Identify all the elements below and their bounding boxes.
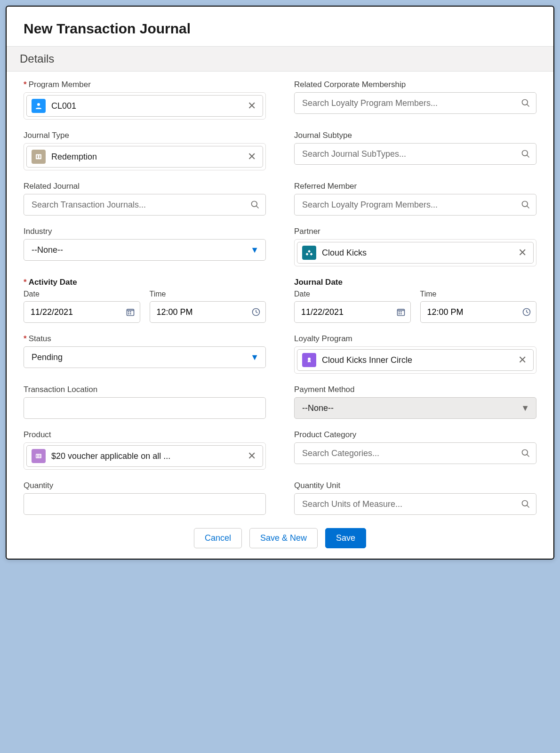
search-icon [521,98,530,108]
modal-footer: Cancel Save & New Save [7,520,553,559]
svg-point-10 [522,201,528,207]
modal-new-transaction-journal: New Transaction Journal Details *Program… [6,6,554,560]
member-icon [32,99,46,113]
svg-line-39 [527,505,529,508]
form-body: *Program Member CL001 ✕ Related Corporat… [7,72,553,520]
pill-loyalty-program-label: Cloud Kicks Inner Circle [316,355,516,365]
required-marker: * [24,334,27,344]
input-journal-subtype[interactable] [295,149,536,159]
close-icon[interactable]: ✕ [516,355,528,365]
select-payment-method[interactable]: --None-- ▼ [294,397,536,419]
svg-rect-33 [38,455,39,457]
modal-title: New Transaction Journal [7,7,553,46]
lookup-referred-member[interactable] [294,194,536,216]
input-quantity-unit[interactable] [295,499,536,509]
pill-partner[interactable]: Cloud Kicks ✕ [297,242,534,264]
search-icon [250,200,260,209]
svg-line-2 [527,104,529,107]
close-icon[interactable]: ✕ [246,101,258,111]
required-marker: * [24,80,27,89]
lookup-product-category[interactable] [294,442,536,464]
field-journal-subtype: Journal Subtype [294,131,536,170]
svg-rect-3 [36,154,41,160]
search-icon [521,149,530,159]
svg-rect-32 [37,455,38,457]
select-status[interactable]: Pending ▼ [24,346,266,368]
input-product-category[interactable] [295,449,536,458]
input-journal-time[interactable] [420,301,537,323]
lookup-related-journal[interactable] [24,194,266,216]
search-icon [521,200,530,209]
save-button[interactable]: Save [325,528,366,548]
field-referred-member: Referred Member [294,182,536,216]
field-journal-type: Journal Type Redemption ✕ [24,131,266,170]
clock-icon[interactable] [522,307,531,317]
partner-icon [302,246,316,260]
section-details: Details [7,46,553,72]
svg-rect-13 [128,311,129,312]
chevron-down-icon: ▼ [250,352,259,362]
field-product: Product $20 voucher applicable on all ..… [24,430,266,470]
pill-product[interactable]: $20 voucher applicable on all ... ✕ [26,445,263,467]
pill-program-member[interactable]: CL001 ✕ [26,95,263,117]
lookup-quantity-unit[interactable] [294,493,536,515]
svg-rect-25 [400,313,402,315]
save-and-new-button[interactable]: Save & New [249,528,318,548]
close-icon[interactable]: ✕ [246,451,258,461]
lookup-related-corp-membership[interactable] [294,92,536,114]
field-transaction-location: Transaction Location [24,385,266,419]
field-related-corp-membership: Related Corporate Membership [294,80,536,120]
field-journal-date: Journal Date Date Time [294,278,536,323]
field-quantity: Quantity [24,481,266,515]
chevron-down-icon: ▼ [521,403,529,413]
field-product-category: Product Category [294,430,536,470]
loyalty-program-icon [302,353,316,367]
close-icon[interactable]: ✕ [516,248,528,258]
svg-rect-5 [40,155,40,158]
product-icon [32,449,46,463]
clock-icon[interactable] [251,307,261,317]
svg-rect-35 [40,455,41,457]
pill-loyalty-program[interactable]: Cloud Kicks Inner Circle ✕ [297,349,534,371]
input-activity-date[interactable] [24,301,140,323]
input-journal-date[interactable] [294,301,411,323]
svg-rect-14 [130,311,131,312]
svg-rect-16 [130,313,131,315]
required-marker: * [24,278,27,287]
input-related-corp-membership[interactable] [295,98,536,108]
field-payment-method: Payment Method --None-- ▼ [294,385,536,419]
calendar-icon[interactable] [126,307,135,317]
search-icon [521,449,530,458]
input-referred-member[interactable] [295,200,536,210]
input-activity-time[interactable] [150,301,266,323]
calendar-icon[interactable] [396,307,406,317]
journal-type-icon [32,150,46,164]
pill-product-label: $20 voucher applicable on all ... [46,451,246,461]
svg-rect-22 [399,311,400,312]
lookup-journal-subtype[interactable] [294,143,536,165]
svg-point-36 [522,450,528,456]
field-quantity-unit: Quantity Unit [294,481,536,515]
search-icon [521,499,530,509]
svg-point-8 [252,201,257,207]
pill-program-member-label: CL001 [46,101,246,111]
svg-line-29 [527,312,528,313]
svg-point-1 [522,100,528,105]
close-icon[interactable]: ✕ [246,152,258,162]
field-program-member: *Program Member CL001 ✕ [24,80,266,120]
svg-rect-4 [37,155,38,158]
pill-partner-label: Cloud Kicks [316,248,516,258]
input-transaction-location[interactable] [24,397,266,419]
pill-journal-type-label: Redemption [46,152,246,162]
cancel-button[interactable]: Cancel [194,528,242,548]
select-industry[interactable]: --None-- ▼ [24,239,266,261]
input-related-journal[interactable] [24,200,265,210]
svg-line-37 [527,455,529,457]
pill-journal-type[interactable]: Redemption ✕ [26,146,263,168]
svg-point-30 [308,358,311,360]
chevron-down-icon: ▼ [250,245,259,255]
svg-rect-15 [128,313,129,315]
svg-line-7 [527,155,529,158]
input-quantity[interactable] [24,493,266,515]
field-industry: Industry --None-- ▼ [24,227,266,266]
